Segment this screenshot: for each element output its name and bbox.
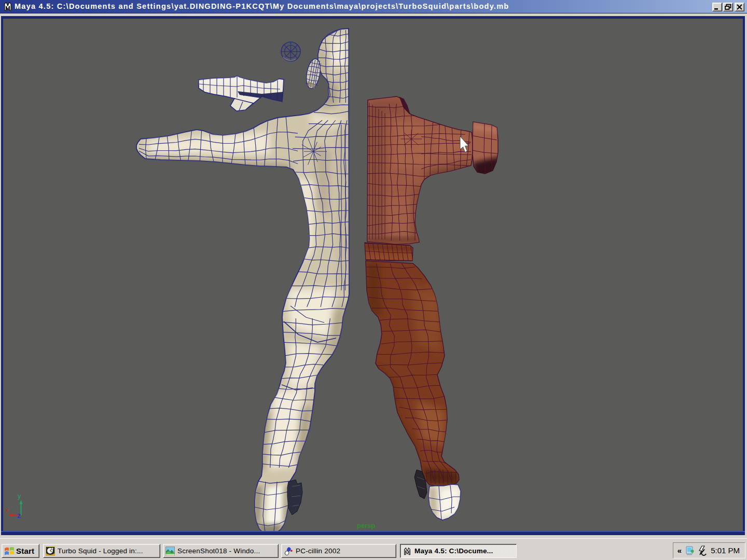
svg-text:persp: persp <box>357 522 375 529</box>
svg-text:y: y <box>18 493 21 500</box>
svg-text:x: x <box>6 507 9 514</box>
svg-text:z: z <box>17 511 21 520</box>
